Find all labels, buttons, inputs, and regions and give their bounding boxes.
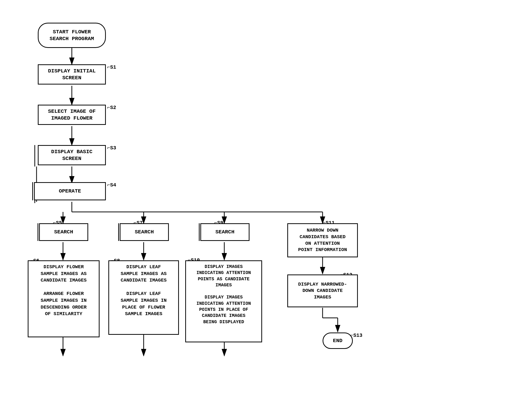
- s13-node: END: [323, 333, 353, 349]
- flowchart: START FLOWER SEARCH PROGRAM ⌐S1 DISPLAY …: [20, 15, 512, 399]
- s12-node: DISPLAY NARROWED-DOWN CANDIDATEIMAGES: [287, 274, 358, 307]
- s5-label: SEARCH: [54, 229, 73, 235]
- s10-label: DISPLAY IMAGESINDICATING ATTENTIONPOINTS…: [196, 264, 251, 325]
- s3-node: DISPLAY BASICSCREEN: [38, 145, 106, 165]
- s5-node: SEARCH: [39, 223, 88, 241]
- s1-label: DISPLAY INITIALSCREEN: [48, 68, 96, 81]
- s2-node: SELECT IMAGE OFIMAGED FLOWER: [38, 105, 106, 125]
- s8-node: DISPLAY LEAFSAMPLE IMAGES ASCANDIDATE IM…: [108, 260, 179, 335]
- s8-label: DISPLAY LEAFSAMPLE IMAGES ASCANDIDATE IM…: [121, 264, 167, 317]
- s6-label: DISPLAY FLOWERSAMPLE IMAGES ASCANDIDATE …: [41, 264, 86, 317]
- s11-label: NARROW DOWNCANDIDATES BASEDON ATTENTIONP…: [298, 227, 347, 253]
- step-s3-label: ⌐S3: [107, 145, 116, 151]
- s2-label: SELECT IMAGE OFIMAGED FLOWER: [48, 108, 96, 122]
- s11-node: NARROW DOWNCANDIDATES BASEDON ATTENTIONP…: [287, 223, 358, 257]
- step-s2-label: ⌐S2: [107, 105, 116, 111]
- s10-node: DISPLAY IMAGESINDICATING ATTENTIONPOINTS…: [185, 260, 262, 342]
- s9-label: SEARCH: [215, 229, 235, 235]
- s13-label: END: [333, 337, 342, 344]
- s4-label: OPERATE: [59, 188, 81, 195]
- s4-node: OPERATE: [34, 182, 106, 200]
- s12-label: DISPLAY NARROWED-DOWN CANDIDATEIMAGES: [298, 281, 347, 301]
- s3-label: DISPLAY BASICSCREEN: [51, 148, 92, 162]
- s9-node: SEARCH: [200, 223, 249, 241]
- step-s4-label: ⌐S4: [107, 182, 116, 188]
- step-s1-label: ⌐S1: [107, 64, 116, 70]
- s1-node: DISPLAY INITIALSCREEN: [38, 64, 106, 85]
- start-label: START FLOWER SEARCH PROGRAM: [50, 29, 94, 42]
- s6-node: DISPLAY FLOWERSAMPLE IMAGES ASCANDIDATE …: [28, 260, 100, 337]
- s7-node: SEARCH: [120, 223, 169, 241]
- start-node: START FLOWER SEARCH PROGRAM: [38, 23, 106, 48]
- s7-label: SEARCH: [135, 229, 154, 235]
